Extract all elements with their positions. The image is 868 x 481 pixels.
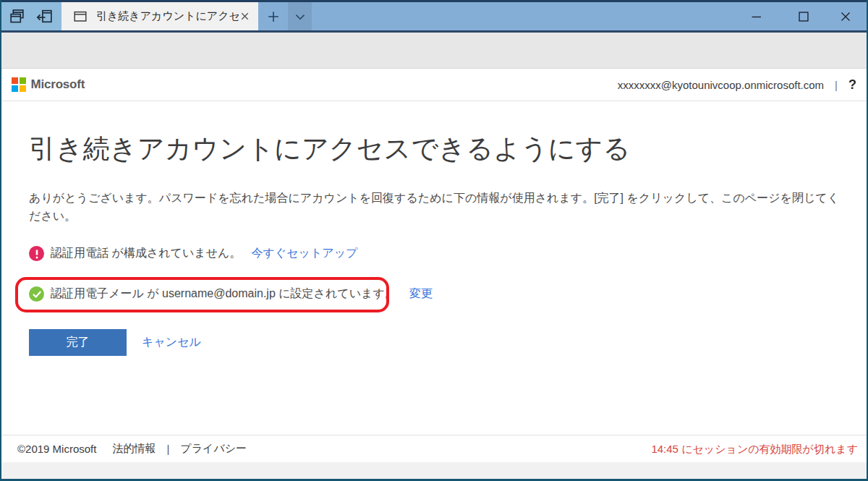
minimize-icon (749, 9, 765, 25)
navigation-bar: https://account.activedirectory.windowsa… (0, 33, 868, 69)
set-tabs-aside-icon (35, 7, 54, 25)
set-tabs-aside-button[interactable] (34, 2, 54, 30)
minimize-button[interactable] (740, 2, 773, 30)
tab-close-icon[interactable] (239, 10, 251, 22)
success-check-icon (29, 286, 44, 302)
error-exclamation-icon (29, 246, 44, 261)
close-window-button[interactable] (829, 2, 862, 30)
plus-icon (265, 9, 281, 25)
microsoft-logo-icon (12, 77, 26, 92)
footer: ©2019 Microsoft 法的情報 | プライバシー (17, 442, 247, 456)
browser-window: 引き続きアカウントにアクセ (0, 0, 868, 481)
change-link[interactable]: 変更 (409, 286, 433, 302)
browser-tab[interactable]: 引き続きアカウントにアクセ (61, 2, 258, 30)
cancel-link[interactable]: キャンセル (142, 335, 201, 350)
tab-title: 引き続きアカウントにアクセ (96, 9, 239, 23)
copyright-text: ©2019 Microsoft (17, 443, 96, 455)
page-document-icon (72, 9, 88, 25)
page-bottom-gutter (1, 462, 867, 479)
maximize-button[interactable] (787, 2, 820, 30)
email-status-suffix: に設定されています。 (276, 287, 396, 299)
legal-link[interactable]: 法的情報 (112, 442, 156, 456)
phone-status-text: 認証用電話 が構成されていません。 (51, 246, 241, 261)
finish-button[interactable]: 完了 (29, 329, 127, 356)
maximize-icon (796, 9, 812, 25)
session-expiry-text: 14:45 にセッションの有効期限が切れます (651, 443, 858, 456)
window-top-accent (0, 0, 868, 2)
show-tab-previews-button[interactable] (7, 2, 27, 30)
window-border-left (0, 0, 1, 481)
title-bar: 引き続きアカウントにアクセ (0, 0, 868, 30)
brand-name: Microsoft (31, 77, 85, 92)
header-divider: | (835, 79, 838, 91)
tab-previews-icon (8, 7, 26, 25)
chevron-down-icon (292, 9, 308, 25)
new-tab-button[interactable] (261, 2, 285, 30)
privacy-link[interactable]: プライバシー (180, 442, 247, 456)
tab-preview-toggle[interactable] (288, 2, 312, 30)
close-icon (838, 9, 854, 25)
chrome-divider (0, 30, 868, 33)
setup-now-link[interactable]: 今すぐセットアップ (251, 246, 357, 261)
site-header: Microsoft xxxxxxxx@kyotounivcoop.onmicro… (1, 69, 867, 101)
email-status-prefix: 認証用電子メール が (51, 287, 162, 299)
email-status-row: 認証用電子メール が username@domain.jp に設定されています。… (29, 286, 433, 302)
email-status-text: 認証用電子メール が username@domain.jp に設定されています。 (51, 286, 396, 302)
intro-text: ありがとうございます。パスワードを忘れた場合にアカウントを回復するために下の情報… (29, 189, 845, 225)
recovery-email-address: username@domain.jp (162, 287, 276, 299)
footer-divider-line (1, 435, 867, 435)
phone-status-row: 認証用電話 が構成されていません。 今すぐセットアップ (29, 246, 357, 261)
help-button[interactable]: ? (848, 77, 856, 93)
signed-in-account: xxxxxxxx@kyotounivcoop.onmicrosoft.com (618, 79, 824, 91)
page-title: 引き続きアカウントにアクセスできるようにする (29, 131, 630, 167)
footer-pipe: | (166, 443, 169, 455)
